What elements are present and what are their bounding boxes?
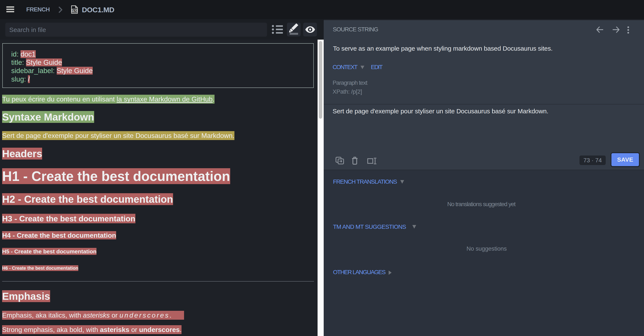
svg-text:M: M (73, 10, 74, 12)
